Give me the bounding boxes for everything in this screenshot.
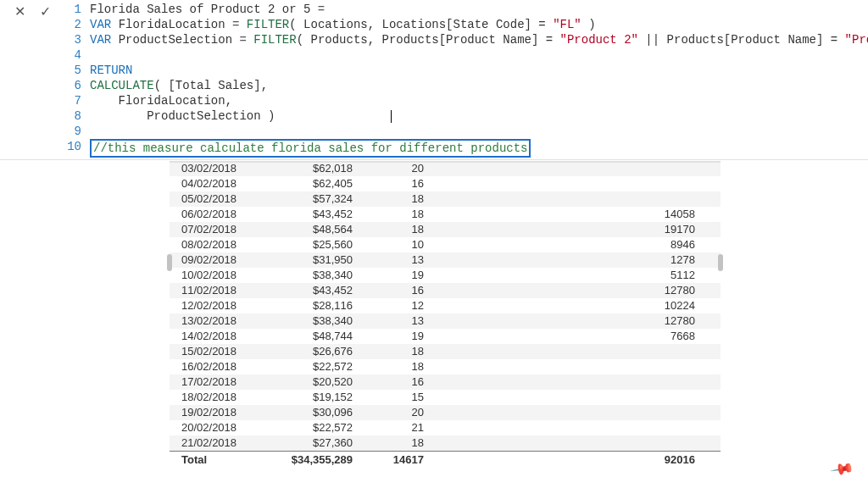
table-row: 15/02/2018$26,67618 — [170, 344, 721, 359]
line-number: 1 — [61, 2, 90, 17]
text-caret — [391, 110, 392, 123]
line-number: 10 — [61, 139, 90, 158]
table-row: 12/02/2018$28,1161210224 — [170, 298, 721, 313]
table-row: 09/02/2018$31,950131278 — [170, 252, 721, 268]
pin-icon[interactable]: 📌 — [829, 456, 855, 482]
line-number: 8 — [61, 108, 90, 124]
commit-formula-button[interactable]: ✓ — [37, 3, 53, 19]
table-row: 16/02/2018$22,57218 — [170, 359, 721, 374]
table-row: 05/02/2018$57,32418 — [170, 191, 721, 207]
table-row: 13/02/2018$38,3401312780 — [170, 313, 721, 329]
cancel-formula-button[interactable]: ✕ — [12, 3, 27, 19]
table-row: 10/02/2018$38,340195112 — [170, 268, 721, 283]
table-row: 07/02/2018$48,5641819170 — [170, 222, 721, 237]
scrollbar-left[interactable] — [167, 254, 172, 271]
table-visual[interactable]: 03/02/2018$62,0182004/02/2018$62,4051605… — [170, 161, 721, 474]
dax-formula-editor[interactable]: 1Florida Sales of Product 2 or 5 = 2VAR … — [61, 0, 868, 159]
table-row: 08/02/2018$25,560108946 — [170, 237, 721, 252]
table-row: 17/02/2018$20,52016 — [170, 374, 721, 390]
table-row: 21/02/2018$27,36018 — [170, 435, 721, 452]
formula-bar: ✕ ✓ 1Florida Sales of Product 2 or 5 = 2… — [0, 0, 868, 160]
line-number: 2 — [61, 17, 90, 32]
line-number: 4 — [61, 47, 90, 63]
table-row: 06/02/2018$43,4521814058 — [170, 207, 721, 222]
table-row: 03/02/2018$62,01820 — [170, 161, 721, 176]
line-number: 6 — [61, 78, 90, 93]
line-number: 3 — [61, 32, 90, 47]
table-row: 19/02/2018$30,09620 — [170, 405, 721, 420]
table-row: 20/02/2018$22,57221 — [170, 420, 721, 435]
table-row: 14/02/2018$48,744197668 — [170, 329, 721, 344]
table-row: 18/02/2018$19,15215 — [170, 390, 721, 405]
line-number: 7 — [61, 93, 90, 108]
highlighted-comment: //this measure calculate florida sales f… — [90, 139, 531, 158]
line-number: 5 — [61, 63, 90, 78]
table-total-row: Total $34,355,289 14617 92016 — [170, 452, 721, 469]
table-row: 04/02/2018$62,40516 — [170, 176, 721, 191]
scrollbar-right[interactable] — [718, 254, 723, 271]
table-row: 11/02/2018$43,4521612780 — [170, 283, 721, 298]
line-number: 9 — [61, 124, 90, 139]
